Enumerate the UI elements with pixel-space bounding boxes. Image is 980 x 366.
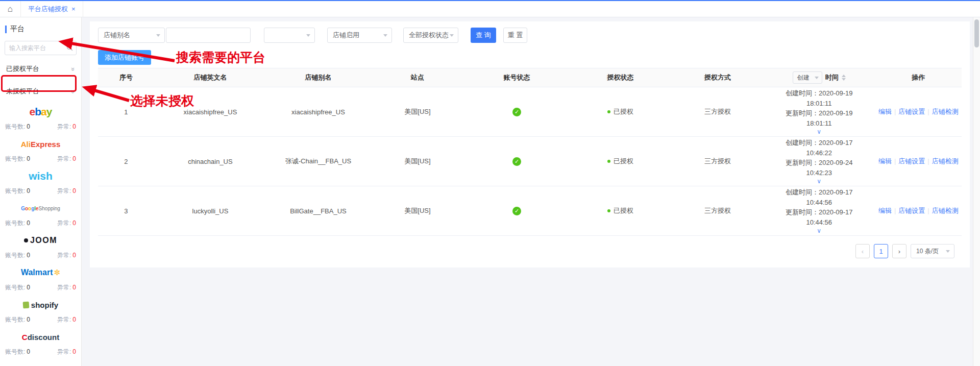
- title-accent-bar: [5, 26, 7, 33]
- time-cell: 创建时间：2020-09-17 10:44:56 更新时间：2020-09-17…: [763, 187, 875, 234]
- search-icon: [66, 44, 73, 51]
- wish-logo: wish: [0, 166, 81, 186]
- platform-stats: 账号数:0 异常:0: [0, 250, 81, 260]
- platform-item-joom[interactable]: JOOM 账号数:0 异常:0: [0, 231, 81, 263]
- accounts-count: 账号数:0: [5, 251, 30, 260]
- cdiscount-logo: Cdiscount: [0, 327, 81, 347]
- platform-item-aliexpress[interactable]: AliExpress 账号数:0 异常:0: [0, 134, 81, 166]
- store-alias-select[interactable]: 店铺别名: [98, 28, 165, 43]
- store-settings-link[interactable]: 店铺设置: [898, 157, 925, 165]
- home-icon[interactable]: ⌂: [0, 1, 20, 17]
- auth-status: 已授权: [569, 157, 672, 166]
- store-table: 序号 店铺英文名 店铺别名 站点 账号状态 授权状态 授权方式 创建 时间 操作: [98, 68, 962, 236]
- store-en-name: xiacaishipfree_US: [154, 108, 266, 116]
- unlabeled-select[interactable]: [264, 28, 315, 43]
- store-site: 美国[US]: [370, 157, 465, 166]
- pagination: ‹ 1 › 10 条/页: [98, 244, 954, 258]
- store-check-link[interactable]: 店铺检测: [932, 207, 959, 214]
- time-type-select[interactable]: 创建: [793, 71, 822, 84]
- edit-link[interactable]: 编辑: [878, 157, 892, 165]
- row-seq: 1: [98, 108, 154, 116]
- accounts-count: 账号数:0: [5, 348, 30, 356]
- tab-close-icon[interactable]: ×: [71, 5, 76, 13]
- check-circle-icon: ✓: [512, 207, 521, 215]
- store-auth-panel: 店铺别名 店铺启用 全部授权状态 查 询 重 置 添加店铺账号 序号 店铺英文名…: [90, 21, 970, 267]
- accounts-count: 账号数:0: [5, 187, 30, 196]
- auth-type: 三方授权: [672, 157, 763, 166]
- keyword-input[interactable]: [166, 28, 251, 43]
- walmart-logo: Walmart ✼: [0, 263, 81, 282]
- platform-item-dhgate[interactable]: DHgate 账号数:0 异常:0: [0, 359, 81, 366]
- chevron-down-icon: [306, 34, 310, 37]
- double-chevron-icon: »: [69, 89, 77, 93]
- chevron-down-icon: [815, 77, 819, 79]
- joom-mark-icon: [24, 238, 28, 242]
- tab-bar: ⌂ 平台店铺授权 ×: [0, 0, 980, 17]
- platform-search: [5, 41, 77, 55]
- table-header: 序号 店铺英文名 店铺别名 站点 账号状态 授权状态 授权方式 创建 时间 操作: [98, 68, 962, 87]
- next-page-button[interactable]: ›: [892, 244, 906, 258]
- status-dot-icon: [607, 160, 610, 163]
- page-size-select[interactable]: 10 条/页: [911, 244, 954, 258]
- add-store-account-button[interactable]: 添加店铺账号: [98, 50, 151, 65]
- errors-count: 异常:0: [57, 315, 76, 324]
- errors-count: 异常:0: [57, 251, 76, 260]
- errors-count: 异常:0: [57, 219, 76, 228]
- google-shopping-logo: Google Shopping: [0, 199, 81, 218]
- store-en-name: chinachain_US: [154, 158, 266, 165]
- main-area: 店铺别名 店铺启用 全部授权状态 查 询 重 置 添加店铺账号 序号 店铺英文名…: [82, 17, 973, 366]
- sidebar-item-unauthorized-platforms[interactable]: 未授权平台 »: [0, 83, 81, 100]
- store-settings-link[interactable]: 店铺设置: [898, 108, 925, 115]
- platform-item-wish[interactable]: wish 账号数:0 异常:0: [0, 166, 81, 199]
- sort-icon[interactable]: [842, 75, 846, 81]
- expand-chevron-icon[interactable]: ∨: [763, 227, 875, 234]
- query-button[interactable]: 查 询: [471, 28, 496, 43]
- platform-stats: 账号数:0 异常:0: [0, 186, 81, 196]
- shopify-logo: shopify: [0, 295, 81, 314]
- vertical-scrollbar[interactable]: [973, 17, 980, 366]
- auth-status: 已授权: [569, 206, 672, 215]
- row-actions: 编辑|店铺设置|店铺检测: [875, 206, 962, 215]
- platform-item-walmart[interactable]: Walmart ✼ 账号数:0 异常:0: [0, 263, 81, 295]
- errors-count: 异常:0: [57, 187, 76, 196]
- row-actions: 编辑|店铺设置|店铺检测: [875, 107, 962, 116]
- check-circle-icon: ✓: [512, 108, 521, 116]
- store-enabled-select[interactable]: 店铺启用: [327, 28, 392, 43]
- filter-bar: 店铺别名 店铺启用 全部授权状态 查 询 重 置: [98, 28, 962, 43]
- store-check-link[interactable]: 店铺检测: [932, 157, 959, 165]
- store-alias: xiacaishipfree_US: [266, 108, 370, 116]
- time-column-header: 创建 时间: [763, 71, 875, 84]
- platform-stats: 账号数:0 异常:0: [0, 282, 81, 292]
- page-number-button[interactable]: 1: [874, 244, 888, 258]
- expand-chevron-icon[interactable]: ∨: [763, 128, 875, 135]
- store-settings-link[interactable]: 店铺设置: [898, 207, 925, 214]
- platform-item-cdiscount[interactable]: Cdiscount 账号数:0 异常:0: [0, 327, 81, 359]
- prev-page-button[interactable]: ‹: [855, 244, 870, 258]
- platform-search-input[interactable]: [5, 41, 77, 55]
- table-row: 2 chinachain_US 张诚-Chain__FBA_US 美国[US] …: [98, 137, 962, 186]
- joom-logo: JOOM: [0, 231, 81, 250]
- errors-count: 异常:0: [57, 155, 76, 163]
- tab-platform-store-auth[interactable]: 平台店铺授权 ×: [20, 1, 83, 17]
- chevron-down-icon: [156, 34, 160, 37]
- platform-list: ebay 账号数:0 异常:0 AliExpress 账号数:0 异常:0 wi…: [0, 102, 81, 366]
- chevron-down-icon: [946, 250, 950, 253]
- platform-stats: 账号数:0 异常:0: [0, 314, 81, 325]
- sidebar-item-authorized-platforms[interactable]: 已授权平台 »: [0, 60, 81, 78]
- shopify-bag-icon: [22, 301, 29, 308]
- scrollbar-thumb[interactable]: [974, 19, 979, 47]
- store-check-link[interactable]: 店铺检测: [932, 108, 959, 115]
- row-actions: 编辑|店铺设置|店铺检测: [875, 157, 962, 166]
- dhgate-logo: DHgate: [0, 359, 81, 366]
- platform-item-google-shopping[interactable]: Google Shopping 账号数:0 异常:0: [0, 199, 81, 231]
- reset-button[interactable]: 重 置: [503, 28, 527, 43]
- platform-item-shopify[interactable]: shopify 账号数:0 异常:0: [0, 295, 81, 327]
- expand-chevron-icon[interactable]: ∨: [763, 178, 875, 185]
- platform-item-ebay[interactable]: ebay 账号数:0 异常:0: [0, 102, 81, 134]
- accounts-count: 账号数:0: [5, 283, 30, 292]
- edit-link[interactable]: 编辑: [878, 108, 892, 115]
- auth-status-select[interactable]: 全部授权状态: [403, 28, 458, 43]
- store-alias: 张诚-Chain__FBA_US: [266, 157, 370, 166]
- status-dot-icon: [607, 209, 610, 212]
- edit-link[interactable]: 编辑: [878, 207, 892, 214]
